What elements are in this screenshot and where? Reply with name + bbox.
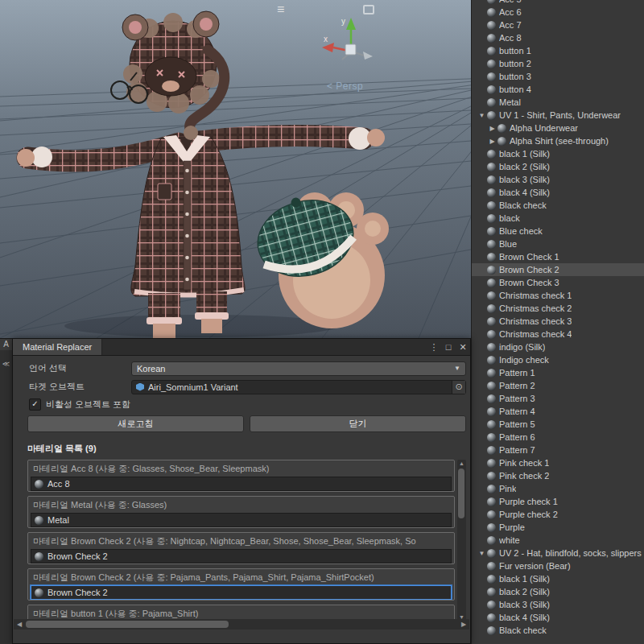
hierarchy-item[interactable]: black 3 (Silk) [472, 598, 644, 611]
hierarchy-item[interactable]: Pattern 4 [472, 405, 644, 418]
hierarchy-item[interactable]: Brown Check 3 [472, 276, 644, 289]
hierarchy-item[interactable]: Purple check 2 [472, 508, 644, 521]
window-maximize-icon[interactable]: □ [441, 339, 456, 355]
hierarchy-item-label: Brown Check 2 [499, 265, 559, 275]
hierarchy-item[interactable]: Pattern 2 [472, 379, 644, 392]
window-menu-icon[interactable]: ⋮ [427, 339, 441, 355]
foldout-closed-icon[interactable]: ▶ [487, 138, 497, 145]
window-titlebar[interactable]: Material Replacer ⋮ □ ✕ [13, 339, 470, 356]
hierarchy-item[interactable]: indigo (Silk) [472, 341, 644, 353]
target-object-field[interactable]: Airi_Somnium1 Variant ⊙ [131, 380, 466, 394]
close-button[interactable]: 닫기 [250, 415, 466, 432]
hierarchy-item[interactable]: Acc 6 [472, 6, 644, 19]
material-object-field[interactable]: Brown Check 2 [31, 585, 452, 600]
language-dropdown[interactable]: Korean ▼ [131, 361, 466, 376]
material-object-field[interactable]: Acc 8 [31, 477, 452, 491]
persp-label[interactable]: < Persp [327, 80, 363, 92]
hierarchy-item[interactable]: black 1 (Silk) [472, 147, 644, 160]
hierarchy-item[interactable]: black 1 (Silk) [472, 572, 644, 585]
hierarchy-item[interactable]: black 4 (Silk) [472, 611, 644, 624]
hierarchy-panel: Acc 5Acc 6Acc 7Acc 8button 1button 2butt… [471, 0, 644, 644]
refresh-button[interactable]: 새로고침 [27, 415, 244, 432]
scene-menu-icon[interactable]: ≡ [277, 3, 284, 16]
hierarchy-item[interactable]: Metal [472, 96, 644, 109]
material-icon [487, 446, 496, 455]
hierarchy-item[interactable]: Christmas check 3 [472, 315, 644, 328]
hierarchy-item[interactable]: ▼UV 1 - Shirt, Pants, Underwear [472, 109, 644, 122]
material-object-field[interactable]: Metal [31, 513, 452, 527]
hierarchy-item[interactable]: button 3 [472, 70, 644, 83]
foldout-open-icon[interactable]: ▼ [477, 112, 487, 119]
hierarchy-item[interactable]: Pattern 6 [472, 431, 644, 444]
material-icon [35, 480, 43, 489]
hierarchy-item[interactable]: Brown Check 2 [472, 263, 644, 276]
scene-view[interactable]: y x ≡ < Persp [0, 0, 471, 338]
hierarchy-item[interactable]: black [472, 212, 644, 225]
hierarchy-item[interactable]: button 4 [472, 83, 644, 96]
window-tab[interactable]: Material Replacer [13, 339, 102, 355]
hierarchy-item[interactable]: ▼UV 2 - Hat, blindfold, socks, slippers [472, 547, 644, 559]
scene-overlay-icon[interactable] [363, 5, 374, 14]
hierarchy-item[interactable]: Pink check 2 [472, 469, 644, 482]
scroll-up-icon[interactable]: ▲ [457, 460, 466, 466]
hierarchy-item[interactable]: Acc 7 [472, 19, 644, 31]
hierarchy-item[interactable]: Black check [472, 199, 644, 212]
material-icon [487, 356, 496, 365]
hierarchy-item[interactable]: Purple [472, 521, 644, 534]
transport-icon[interactable]: ≪ [0, 360, 12, 368]
object-picker-icon[interactable]: ⊙ [452, 381, 465, 394]
hierarchy-item[interactable]: Blue check [472, 225, 644, 237]
hierarchy-item[interactable]: Pattern 5 [472, 418, 644, 431]
window-horizontal-scrollbar[interactable]: ◀ ▶ [14, 619, 469, 630]
window-close-icon[interactable]: ✕ [456, 339, 470, 355]
hierarchy-item-label: UV 2 - Hat, blindfold, socks, slippers [499, 548, 642, 558]
hierarchy-item[interactable]: Fur version (Bear) [472, 559, 644, 572]
include-inactive-checkbox[interactable]: ✓ [29, 398, 41, 411]
hierarchy-item[interactable]: Purple check 1 [472, 495, 644, 508]
material-icon [487, 549, 496, 558]
hierarchy-item[interactable]: black 2 (Silk) [472, 160, 644, 173]
hierarchy-item[interactable]: white [472, 534, 644, 547]
vertical-scroll-thumb[interactable] [458, 469, 464, 518]
material-icon [487, 369, 496, 378]
hierarchy-item[interactable]: Black check [472, 624, 644, 637]
material-icon [487, 497, 496, 506]
hierarchy-item[interactable]: Pattern 1 [472, 366, 644, 379]
material-icon [487, 85, 496, 94]
hierarchy-item[interactable]: Pattern 7 [472, 444, 644, 456]
scroll-left-icon[interactable]: ◀ [14, 621, 25, 628]
hierarchy-item-label: white [499, 535, 520, 545]
hierarchy-item-label: black 4 (Silk) [499, 613, 550, 622]
foldout-closed-icon[interactable]: ▶ [487, 125, 497, 132]
scroll-right-icon[interactable]: ▶ [458, 621, 469, 628]
hierarchy-item[interactable]: button 1 [472, 44, 644, 57]
hierarchy-item[interactable]: Pink check 1 [472, 456, 644, 469]
hierarchy-item-label: Pattern 6 [499, 432, 535, 442]
material-icon [487, 60, 496, 68]
hierarchy-item[interactable]: Christmas check 1 [472, 289, 644, 302]
hierarchy-item[interactable]: black 2 (Silk) [472, 585, 644, 598]
hierarchy-item[interactable]: Acc 5 [472, 0, 644, 6]
hierarchy-item[interactable]: button 2 [472, 57, 644, 70]
hierarchy-item[interactable]: black 3 (Silk) [472, 173, 644, 186]
foldout-open-icon[interactable]: ▼ [477, 550, 487, 557]
hierarchy-item[interactable]: Acc 8 [472, 31, 644, 44]
materials-vertical-scrollbar[interactable]: ▲ ▼ [457, 460, 466, 621]
hierarchy-item-label: Pink check 2 [499, 471, 549, 481]
hierarchy-item-label: black 1 (Silk) [499, 574, 550, 584]
hierarchy-item[interactable]: Christmas check 4 [472, 328, 644, 341]
hierarchy-item-label: Acc 7 [499, 20, 522, 30]
hierarchy-item[interactable]: Brown Check 1 [472, 250, 644, 263]
material-object-field[interactable]: Brown Check 2 [31, 549, 452, 564]
hierarchy-item[interactable]: ▶Alpha Shirt (see-through) [472, 134, 644, 147]
hierarchy-item[interactable]: Indigo check [472, 353, 644, 366]
hierarchy-item-label: Acc 5 [499, 0, 522, 4]
material-entry: 마테리얼 Brown Check 2 (사용 중: Nightcap, Nigh… [27, 532, 455, 564]
hierarchy-item[interactable]: Pattern 3 [472, 392, 644, 405]
hierarchy-item[interactable]: Blue [472, 237, 644, 250]
hierarchy-item[interactable]: Christmas check 2 [472, 302, 644, 315]
horizontal-scroll-thumb[interactable] [26, 621, 229, 628]
hierarchy-item[interactable]: ▶Alpha Underwear [472, 122, 644, 134]
hierarchy-item[interactable]: Pink [472, 482, 644, 495]
hierarchy-item[interactable]: black 4 (Silk) [472, 186, 644, 199]
